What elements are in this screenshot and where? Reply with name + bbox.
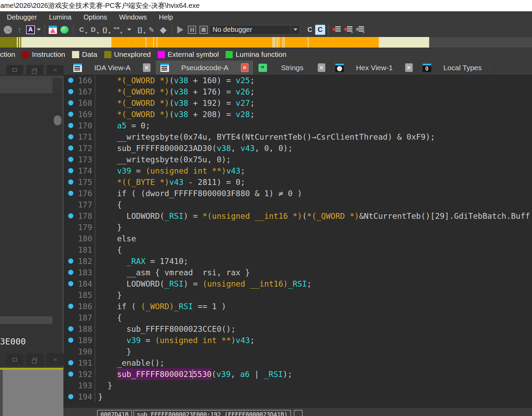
breakpoint-dot-empty[interactable] bbox=[68, 292, 73, 298]
code-gutter[interactable]: 194 bbox=[63, 391, 95, 402]
breakpoint-dot-empty[interactable] bbox=[68, 315, 73, 320]
breakpoint-dot-empty[interactable] bbox=[68, 236, 73, 241]
code-gutter[interactable]: 172 bbox=[63, 142, 95, 154]
navband-segment-cream[interactable] bbox=[379, 37, 429, 48]
tab-close-icon[interactable]: ✕ bbox=[318, 63, 325, 72]
menu-item-options[interactable]: Options bbox=[81, 12, 117, 22]
code-line[interactable]: 189v39 = (unsigned int **)v43; bbox=[63, 335, 532, 346]
navband-segment-orange[interactable] bbox=[157, 37, 273, 48]
code-line[interactable]: 171__writegsbyte(0x74u, BYTE4(NtCurrentT… bbox=[63, 131, 532, 142]
attach-c-icon[interactable]: C bbox=[305, 25, 315, 35]
create-string-icon[interactable]: "" bbox=[111, 24, 122, 35]
breakpoint-add-icon[interactable]: + bbox=[343, 24, 353, 35]
code-gutter[interactable]: 178 bbox=[63, 210, 95, 222]
chevron-down-icon[interactable] bbox=[123, 24, 133, 35]
code-line[interactable]: 172sub_FFFFF8000023AD30(v38, v43, 0, 0); bbox=[63, 142, 532, 154]
breakpoint-dot-empty[interactable] bbox=[68, 202, 73, 207]
code-gutter[interactable]: 193 bbox=[63, 380, 95, 391]
create-array-icon[interactable]: [] bbox=[135, 24, 145, 35]
tab-close-icon[interactable]: ✕ bbox=[143, 63, 150, 72]
navband-segment-empty[interactable] bbox=[429, 37, 532, 48]
code-line[interactable]: 181{ bbox=[63, 244, 532, 255]
breakpoint-dot-icon[interactable] bbox=[68, 191, 73, 196]
window-marker-icon[interactable] bbox=[48, 24, 58, 35]
navband-segment-orange[interactable] bbox=[309, 37, 379, 48]
code-line[interactable]: 185} bbox=[63, 289, 532, 301]
rename-pencil-icon[interactable]: ✎ bbox=[146, 24, 157, 35]
breakpoint-dot-icon[interactable] bbox=[68, 213, 73, 218]
navband-segment-orange[interactable] bbox=[279, 37, 282, 48]
debugger-selector[interactable]: No debugger bbox=[209, 25, 291, 35]
code-gutter[interactable]: 184 bbox=[63, 278, 95, 289]
breakpoint-dot-icon[interactable] bbox=[68, 304, 73, 309]
breakpoint-dot-icon[interactable] bbox=[68, 179, 73, 185]
code-line[interactable]: 170a5 = 0; bbox=[63, 120, 532, 131]
breakpoint-dot-empty[interactable] bbox=[68, 225, 73, 230]
breakpoint-dot-icon[interactable] bbox=[68, 371, 73, 377]
diamond-icon[interactable]: ◆ bbox=[158, 24, 168, 35]
code-gutter[interactable]: 182 bbox=[63, 255, 95, 267]
code-gutter[interactable]: 188 bbox=[63, 323, 95, 335]
code-gutter[interactable]: 169 bbox=[63, 109, 95, 120]
code-gutter[interactable]: 167 bbox=[63, 86, 95, 97]
code-line[interactable]: 166*(_OWORD *)(v38 + 160) = v25; bbox=[63, 75, 532, 86]
navband-segment-orange[interactable] bbox=[154, 37, 157, 48]
code-line[interactable]: 191_enable(); bbox=[63, 357, 532, 368]
pause-debugger-icon[interactable] bbox=[187, 24, 197, 35]
breakpoint-dot-icon[interactable] bbox=[68, 326, 73, 331]
code-gutter[interactable]: 176 bbox=[63, 188, 95, 199]
jump-arrow-icon[interactable]: ↑ bbox=[14, 24, 25, 35]
stop-debugger-icon[interactable] bbox=[198, 24, 209, 35]
tab-ida-view-a[interactable]: IDA View-A✕ bbox=[69, 61, 156, 75]
code-gutter[interactable]: 170 bbox=[63, 120, 95, 131]
code-gutter[interactable]: 173 bbox=[63, 154, 95, 165]
navband-segment-orange[interactable] bbox=[111, 37, 146, 48]
create-function-icon[interactable]: C bbox=[76, 24, 87, 35]
breakpoint-dot-empty[interactable] bbox=[68, 349, 73, 354]
close-window-icon[interactable]: ✕ bbox=[47, 65, 64, 75]
code-gutter[interactable]: 190 bbox=[63, 346, 95, 357]
breakpoint-dot-icon[interactable] bbox=[68, 338, 73, 343]
navband-segment-cream[interactable] bbox=[21, 37, 111, 48]
breakpoint-dot-icon[interactable] bbox=[68, 112, 73, 117]
create-data-icon[interactable]: D bbox=[88, 24, 98, 35]
scrollbar-thumb[interactable] bbox=[54, 115, 61, 125]
breakpoint-dot-icon[interactable] bbox=[68, 360, 73, 365]
menu-item-debugger[interactable]: Debugger bbox=[5, 12, 47, 22]
pseudocode-view[interactable]: 166*(_OWORD *)(v38 + 160) = v25;167*(_OW… bbox=[63, 75, 532, 407]
chevron-down-icon[interactable] bbox=[37, 28, 41, 31]
code-line[interactable]: 190} bbox=[63, 346, 532, 357]
cascade-window-icon[interactable] bbox=[26, 65, 44, 75]
code-line[interactable]: 175*((_BYTE *)v43 - 2811) = 0; bbox=[63, 176, 532, 188]
menu-item-windows[interactable]: Windows bbox=[117, 12, 157, 22]
code-line[interactable]: 186if ( (_WORD)_RSI == 1 ) bbox=[63, 301, 532, 312]
navigation-band[interactable]: ↓ bbox=[0, 36, 532, 48]
code-gutter[interactable]: 171 bbox=[63, 131, 95, 142]
tab-close-icon[interactable]: ✕ bbox=[405, 63, 413, 72]
code-line[interactable]: 177{ bbox=[63, 199, 532, 210]
breakpoint-dot-icon[interactable] bbox=[68, 123, 73, 128]
code-line[interactable]: 187{ bbox=[63, 312, 532, 323]
breakpoint-dot-icon[interactable] bbox=[68, 146, 73, 151]
code-gutter[interactable]: 192 bbox=[63, 368, 95, 380]
exit-door-icon[interactable]: → bbox=[3, 24, 13, 35]
cascade-window-icon[interactable] bbox=[26, 353, 44, 366]
breakpoint-dot-icon[interactable] bbox=[68, 100, 73, 105]
menu-item-help[interactable]: Help bbox=[157, 12, 183, 22]
code-gutter[interactable]: 189 bbox=[63, 335, 95, 346]
navband-segment-orange[interactable] bbox=[146, 37, 153, 48]
create-struct-icon[interactable]: {} bbox=[100, 24, 110, 35]
font-selector-icon[interactable]: A bbox=[26, 24, 41, 35]
code-gutter[interactable]: 183 bbox=[63, 267, 95, 278]
code-line[interactable]: 168*(_OWORD *)(v38 + 192) = v27; bbox=[63, 97, 532, 109]
breakpoint-dot-icon[interactable] bbox=[68, 168, 73, 173]
tab-strings[interactable]: ”Strings✕ bbox=[254, 61, 330, 75]
continue-c-icon[interactable]: C bbox=[315, 25, 325, 35]
menu-item-lumina[interactable]: Lumina bbox=[47, 12, 82, 22]
breakpoint-dot-icon[interactable] bbox=[68, 78, 73, 83]
breakpoint-dot-empty[interactable] bbox=[68, 247, 73, 252]
code-gutter[interactable]: 181 bbox=[63, 244, 95, 255]
code-gutter[interactable]: 166 bbox=[63, 75, 95, 86]
code-gutter[interactable]: 179 bbox=[63, 222, 95, 233]
breakpoint-disabled-icon[interactable]: + bbox=[355, 24, 365, 35]
